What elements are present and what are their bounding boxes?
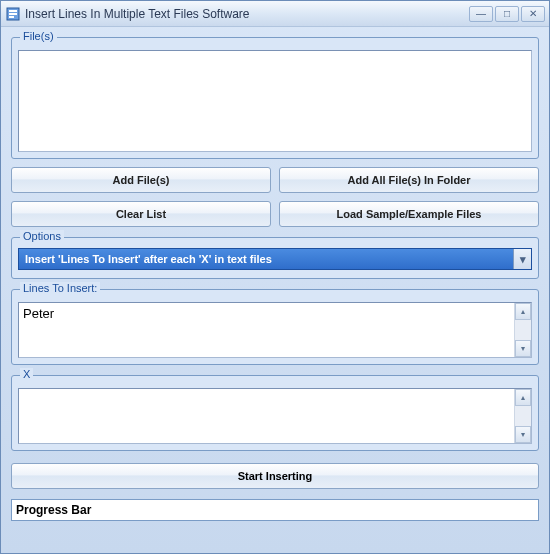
close-button[interactable]: ✕ [521,6,545,22]
titlebar: Insert Lines In Multiple Text Files Soft… [1,1,549,27]
minimize-button[interactable]: — [469,6,493,22]
x-textarea[interactable] [19,389,514,443]
window-title: Insert Lines In Multiple Text Files Soft… [25,7,467,21]
lines-textarea[interactable]: Peter [19,303,514,357]
clear-list-button[interactable]: Clear List [11,201,271,227]
button-row-1: Add File(s) Add All File(s) In Folder [11,167,539,193]
lines-scrollbar[interactable]: ▴ ▾ [514,303,531,357]
lines-label: Lines To Insert: [20,282,100,294]
x-textarea-wrap: ▴ ▾ [18,388,532,444]
svg-rect-3 [9,16,14,18]
files-label: File(s) [20,30,57,42]
x-scrollbar[interactable]: ▴ ▾ [514,389,531,443]
scroll-up-icon[interactable]: ▴ [515,389,531,406]
scroll-up-icon[interactable]: ▴ [515,303,531,320]
options-selected-text: Insert 'Lines To Insert' after each 'X' … [25,253,272,265]
app-window: Insert Lines In Multiple Text Files Soft… [0,0,550,554]
button-row-2: Clear List Load Sample/Example Files [11,201,539,227]
add-files-button[interactable]: Add File(s) [11,167,271,193]
options-label: Options [20,230,64,242]
x-label: X [20,368,33,380]
scroll-down-icon[interactable]: ▾ [515,426,531,443]
lines-group: Lines To Insert: Peter ▴ ▾ [11,289,539,365]
scroll-down-icon[interactable]: ▾ [515,340,531,357]
add-folder-button[interactable]: Add All File(s) In Folder [279,167,539,193]
client-area: File(s) Add File(s) Add All File(s) In F… [1,27,549,553]
load-sample-button[interactable]: Load Sample/Example Files [279,201,539,227]
options-combobox[interactable]: Insert 'Lines To Insert' after each 'X' … [18,248,532,270]
options-group: Options Insert 'Lines To Insert' after e… [11,237,539,279]
start-button[interactable]: Start Inserting [11,463,539,489]
maximize-button[interactable]: □ [495,6,519,22]
x-group: X ▴ ▾ [11,375,539,451]
chevron-down-icon: ▾ [513,249,531,269]
svg-rect-2 [9,13,17,15]
progress-bar: Progress Bar [11,499,539,521]
app-icon [5,6,21,22]
lines-textarea-wrap: Peter ▴ ▾ [18,302,532,358]
svg-rect-1 [9,10,17,12]
files-listbox[interactable] [18,50,532,152]
files-group: File(s) [11,37,539,159]
progress-label: Progress Bar [16,503,91,517]
